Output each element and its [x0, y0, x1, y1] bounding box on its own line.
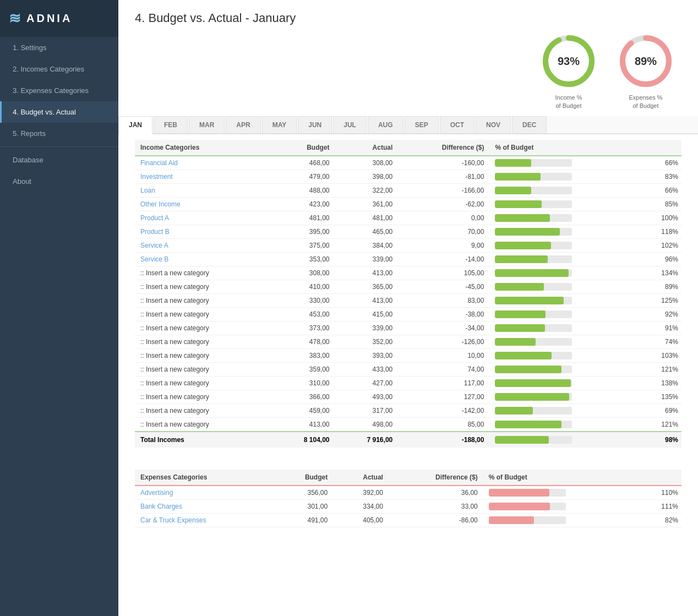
income-pct-val: 138%: [641, 376, 681, 390]
income-pct-val: 89%: [641, 280, 681, 293]
income-pct-val: 118%: [641, 225, 681, 238]
income-diff-val: -38,00: [398, 307, 489, 321]
income-bar: [489, 348, 641, 362]
income-category[interactable]: Product A: [135, 211, 272, 225]
sidebar-item-settings[interactable]: 1. Settings: [0, 37, 118, 58]
income-actual-val: 481,00: [335, 211, 399, 225]
expense-table-row: Car & Truck Expenses 491,00 405,00 -86,0…: [135, 513, 681, 527]
income-actual-val: 427,00: [335, 376, 399, 390]
expense-category[interactable]: Advertising: [135, 486, 273, 500]
expense-diff-val: 33,00: [389, 499, 483, 513]
expense-pct-header: % of Budget: [483, 470, 681, 486]
month-tab-dec[interactable]: DEC: [512, 116, 547, 133]
income-bar: [489, 321, 641, 335]
income-bar: [489, 252, 641, 266]
income-category[interactable]: Product B: [135, 225, 272, 238]
income-category[interactable]: Financial Aid: [135, 156, 272, 170]
expense-budget-val: 491,00: [273, 513, 333, 527]
month-tab-aug[interactable]: AUG: [368, 116, 403, 133]
income-diff-val: 70,00: [398, 225, 489, 238]
expense-diff-val: -86,00: [389, 513, 483, 527]
income-actual-val: 384,00: [335, 238, 399, 252]
sidebar-logo: ≋ ADNIA: [0, 0, 118, 37]
income-diff-val: 9,00: [398, 238, 489, 252]
month-tab-jan[interactable]: JAN: [118, 116, 152, 134]
sidebar-item-budget-vs-actual[interactable]: 4. Budget vs. Actual: [0, 101, 118, 123]
expense-pct-val: 111%: [640, 499, 681, 513]
income-pct-val: 102%: [641, 238, 681, 252]
month-tab-mar[interactable]: MAR: [189, 116, 225, 133]
month-tab-jun[interactable]: JUN: [298, 116, 332, 133]
income-actual-val: 352,00: [335, 335, 399, 348]
month-tab-nov[interactable]: NOV: [476, 116, 511, 133]
expense-pct-val: 82%: [640, 513, 681, 527]
expense-actual-header: Actual: [333, 470, 389, 486]
income-actual-val: 322,00: [335, 183, 399, 197]
income-table-row: :: Insert a new category 310,00 427,00 1…: [135, 376, 681, 390]
expense-table-row: Advertising 356,00 392,00 36,00 110%: [135, 486, 681, 500]
main-content: 4. Budget vs. Actual - January 93% Incom…: [118, 0, 698, 616]
income-table-row: :: Insert a new category 410,00 365,00 -…: [135, 280, 681, 293]
income-pct-val: 92%: [641, 307, 681, 321]
expense-actual-val: 405,00: [333, 513, 389, 527]
income-pct-val: 134%: [641, 266, 681, 280]
income-total-diff: -188,00: [398, 432, 489, 448]
income-actual-val: 433,00: [335, 362, 399, 376]
income-table-row: :: Insert a new category 478,00 352,00 -…: [135, 335, 681, 348]
income-budget-val: 308,00: [272, 266, 335, 280]
month-tab-oct[interactable]: OCT: [440, 116, 475, 133]
sidebar-item-about[interactable]: About: [0, 171, 118, 192]
donut-pct: 93%: [558, 55, 580, 68]
income-actual-val: 308,00: [335, 156, 399, 170]
month-tab-apr[interactable]: APR: [226, 116, 260, 133]
sidebar-item-expenses-categories[interactable]: 3. Expenses Categories: [0, 80, 118, 101]
income-category[interactable]: Other Income: [135, 197, 272, 211]
expense-actual-val: 334,00: [333, 499, 389, 513]
income-pct-val: 125%: [641, 293, 681, 307]
expense-table-row: Bank Charges 301,00 334,00 33,00 111%: [135, 499, 681, 513]
income-actual-val: 465,00: [335, 225, 399, 238]
income-category: :: Insert a new category: [135, 362, 272, 376]
income-budget-val: 488,00: [272, 183, 335, 197]
income-category: :: Insert a new category: [135, 417, 272, 432]
income-actual-val: 498,00: [335, 417, 399, 432]
income-bar: [489, 211, 641, 225]
month-tab-feb[interactable]: FEB: [154, 116, 188, 133]
income-pct-val: 91%: [641, 321, 681, 335]
income-budget-val: 330,00: [272, 293, 335, 307]
income-actual-val: 393,00: [335, 348, 399, 362]
month-tab-may[interactable]: MAY: [262, 116, 297, 133]
income-budget-val: 453,00: [272, 307, 335, 321]
income-category: :: Insert a new category: [135, 280, 272, 293]
expense-budget-val: 301,00: [273, 499, 333, 513]
expense-bar: [483, 499, 640, 513]
charts-area: 93% Income %of Budget 89% Expenses %of B…: [118, 31, 698, 116]
sidebar-item-incomes-categories[interactable]: 2. Incomes Categories: [0, 58, 118, 80]
income-category[interactable]: Investment: [135, 170, 272, 183]
income-bar: [489, 197, 641, 211]
income-category[interactable]: Service B: [135, 252, 272, 266]
expense-category[interactable]: Car & Truck Expenses: [135, 513, 273, 527]
income-actual-val: 413,00: [335, 266, 399, 280]
income-category[interactable]: Service A: [135, 238, 272, 252]
donut-label: Income %of Budget: [555, 94, 582, 111]
income-pct-val: 83%: [641, 170, 681, 183]
income-table-row: :: Insert a new category 330,00 413,00 8…: [135, 293, 681, 307]
income-category[interactable]: Loan: [135, 183, 272, 197]
income-cat-header: Income Categories: [135, 140, 272, 156]
income-bar: [489, 183, 641, 197]
month-tab-sep[interactable]: SEP: [405, 116, 439, 133]
income-total-pct: 98%: [641, 432, 681, 448]
income-table-row: :: Insert a new category 383,00 393,00 1…: [135, 348, 681, 362]
income-table-row: Product A 481,00 481,00 0,00 100%: [135, 211, 681, 225]
income-bar: [489, 307, 641, 321]
sidebar-item-database[interactable]: Database: [0, 149, 118, 171]
income-diff-val: -45,00: [398, 280, 489, 293]
sidebar-item-reports[interactable]: 5. Reports: [0, 123, 118, 144]
month-tab-jul[interactable]: JUL: [333, 116, 367, 133]
income-bar: [489, 170, 641, 183]
income-bar: [489, 335, 641, 348]
expense-category[interactable]: Bank Charges: [135, 499, 273, 513]
income-bar: [489, 404, 641, 417]
income-bar: [489, 362, 641, 376]
